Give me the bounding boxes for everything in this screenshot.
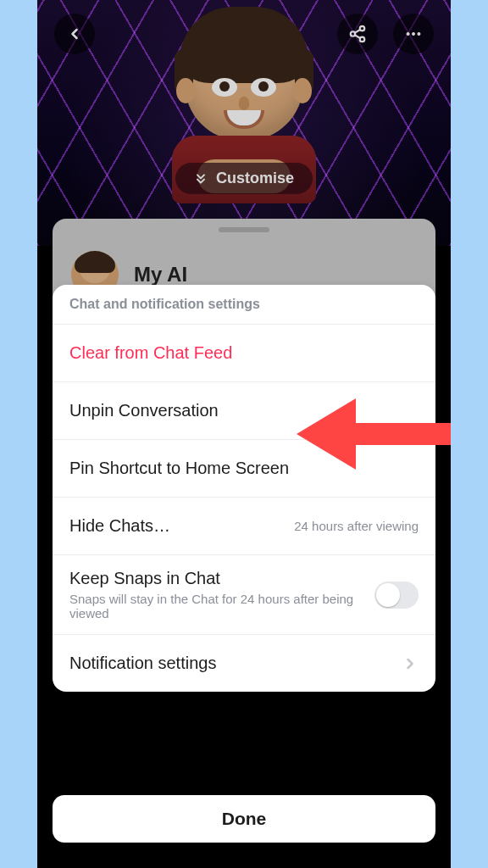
phone-frame: Customise My AI Chat and notification se… bbox=[37, 0, 451, 868]
bottom-black-bar bbox=[37, 856, 451, 868]
hide-chats-value: 24 hours after viewing bbox=[294, 519, 419, 533]
sheet-title: Chat and notification settings bbox=[53, 285, 435, 325]
hide-chats-row[interactable]: Hide Chats… 24 hours after viewing bbox=[53, 498, 435, 555]
done-label: Done bbox=[222, 809, 267, 829]
unpin-conversation-row[interactable]: Unpin Conversation bbox=[53, 382, 435, 440]
unpin-conversation-label: Unpin Conversation bbox=[69, 401, 219, 420]
keep-snaps-sub: Snaps will stay in the Chat for 24 hours… bbox=[69, 592, 374, 620]
done-button[interactable]: Done bbox=[53, 795, 435, 843]
settings-sheet: Chat and notification settings Clear fro… bbox=[53, 285, 435, 692]
hide-chats-label: Hide Chats… bbox=[69, 516, 170, 536]
clear-from-chat-feed-label: Clear from Chat Feed bbox=[69, 343, 232, 363]
notification-settings-label: Notification settings bbox=[69, 654, 216, 673]
keep-snaps-label: Keep Snaps in Chat bbox=[69, 569, 374, 588]
pin-shortcut-row[interactable]: Pin Shortcut to Home Screen bbox=[53, 440, 435, 498]
chevron-right-icon bbox=[402, 655, 419, 672]
notification-settings-row[interactable]: Notification settings bbox=[53, 635, 435, 692]
keep-snaps-toggle[interactable] bbox=[374, 581, 419, 609]
keep-snaps-row[interactable]: Keep Snaps in Chat Snaps will stay in th… bbox=[53, 555, 435, 635]
clear-from-chat-feed-row[interactable]: Clear from Chat Feed bbox=[53, 325, 435, 382]
pin-shortcut-label: Pin Shortcut to Home Screen bbox=[69, 459, 289, 478]
